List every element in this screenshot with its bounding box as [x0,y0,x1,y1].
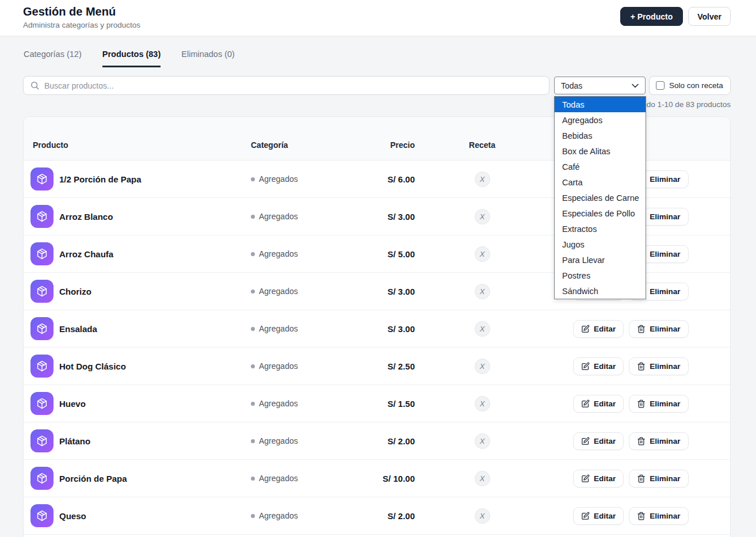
package-icon [30,504,54,527]
recipe-filter-checkbox[interactable] [656,81,665,90]
add-product-button[interactable]: + Producto [620,7,684,26]
price-cell: S/ 3.00 [334,198,415,235]
delete-button[interactable]: Eliminar [629,320,688,338]
delete-button[interactable]: Eliminar [629,395,688,413]
delete-button-label: Eliminar [650,287,680,296]
dropdown-option[interactable]: Extractos [555,221,646,237]
table-row: Plátano Agregados S/ 2.00 X Editar [24,422,730,460]
dropdown-option[interactable]: Especiales de Pollo [555,205,646,221]
category-label: Agregados [259,436,298,445]
dropdown-option[interactable]: Jugos [555,237,646,252]
product-name: Hot Dog Clásico [59,361,126,371]
product-cell: Porción de Papa [30,460,127,497]
category-dot-icon [251,290,255,294]
delete-button-label: Eliminar [650,212,680,221]
product-name: Queso [59,511,86,521]
category-cell: Agregados [251,161,298,197]
dropdown-option[interactable]: Café [555,159,646,174]
category-dot-icon [251,514,255,518]
no-recipe-badge: X [475,433,490,449]
delete-button[interactable]: Eliminar [629,432,688,450]
dropdown-option[interactable]: Box de Alitas [555,143,646,159]
package-icon [30,242,54,265]
category-label: Agregados [259,324,298,333]
tab-categorias[interactable]: Categorías (12) [24,49,82,67]
category-cell: Agregados [251,273,298,310]
product-name: Arroz Chaufa [59,249,113,259]
product-cell: Chorizo [30,273,91,310]
product-name: Ensalada [59,324,97,334]
dropdown-option[interactable]: Carta [555,174,646,190]
dropdown-option[interactable]: Todas [555,97,646,112]
product-cell: Arroz Blanco [30,198,113,235]
recipe-cell: X [459,161,505,197]
edit-button[interactable]: Editar [573,432,624,450]
page-subtitle: Administra categorías y productos [23,21,140,29]
edit-button[interactable]: Editar [573,395,624,413]
product-cell: Ensalada [30,310,97,347]
column-header-precio: Precio [334,130,415,161]
trash-icon [637,512,646,520]
recipe-cell: X [459,273,505,310]
dropdown-option[interactable]: Especiales de Carne [555,190,646,205]
actions-cell: Editar Eliminar [573,460,689,497]
dropdown-option[interactable]: Bebidas [555,128,646,143]
category-select[interactable]: Todas [554,77,646,94]
delete-button-label: Eliminar [650,362,680,371]
price-cell: S/ 3.00 [334,310,415,347]
product-name: Arroz Blanco [59,212,113,222]
category-cell: Agregados [251,235,298,272]
package-icon [30,317,54,340]
back-button[interactable]: Volver [688,7,731,26]
product-name: Chorizo [59,287,91,296]
topbar: Gestión de Menú Administra categorías y … [0,0,756,36]
product-cell: Queso [30,497,86,534]
package-icon [30,355,54,378]
table-row: Queso Agregados S/ 2.00 X Editar [24,497,730,535]
price-cell: S/ 6.00 [334,161,415,197]
actions-cell: Editar Eliminar [573,422,689,459]
category-select-value: Todas [561,81,582,90]
edit-button[interactable]: Editar [573,320,624,338]
dropdown-option[interactable]: Postres [555,268,646,283]
dropdown-option[interactable]: Para Llevar [555,252,646,268]
delete-button-label: Eliminar [650,437,680,445]
category-label: Agregados [259,174,298,184]
price-cell: S/ 2.00 [334,422,415,459]
delete-button[interactable]: Eliminar [629,357,688,375]
tab-eliminados[interactable]: Eliminados (0) [181,49,235,67]
no-recipe-badge: X [475,359,490,374]
delete-button[interactable]: Eliminar [629,470,688,488]
price-cell: S/ 10.00 [334,460,415,497]
edit-button[interactable]: Editar [573,507,624,525]
recipe-cell: X [459,348,505,384]
tab-productos[interactable]: Productos (83) [102,49,161,67]
recipe-filter[interactable]: Solo con receta [649,76,731,95]
no-recipe-badge: X [475,172,490,187]
edit-button[interactable]: Editar [573,470,624,488]
dropdown-option[interactable]: Agregados [555,112,646,128]
trash-icon [637,325,646,333]
edit-button-label: Editar [594,437,616,445]
search-input[interactable] [44,81,542,90]
recipe-cell: X [459,235,505,272]
delete-button[interactable]: Eliminar [629,507,688,525]
dropdown-option[interactable]: Sándwich [555,283,646,299]
edit-button[interactable]: Editar [573,357,624,375]
column-header-categoria: Categoría [251,130,288,161]
actions-cell: Editar Eliminar [573,348,689,384]
category-cell: Agregados [251,348,298,384]
search-icon [30,81,39,90]
recipe-cell: X [459,497,505,534]
chevron-down-icon [632,83,639,88]
product-name: Porción de Papa [59,474,127,483]
edit-button-label: Editar [594,325,616,333]
table-row: Ensalada Agregados S/ 3.00 X Editar [24,310,730,348]
table-row: Porción de Papa Agregados S/ 10.00 X Edi… [24,460,730,497]
no-recipe-badge: X [475,471,490,486]
recipe-filter-label: Solo con receta [669,81,723,90]
actions-cell: Editar Eliminar [573,310,689,347]
category-cell: Agregados [251,385,298,422]
product-name: Plátano [59,436,90,446]
category-dot-icon [251,177,255,181]
